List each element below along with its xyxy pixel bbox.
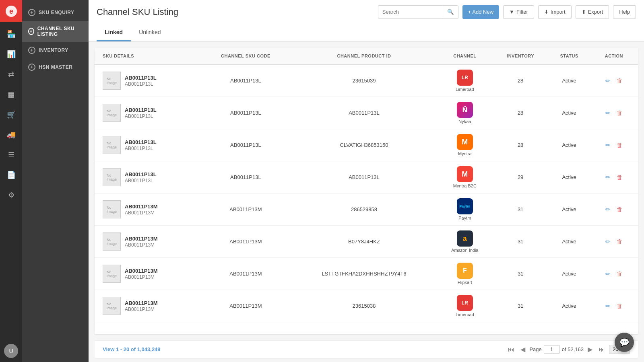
delete-button[interactable]: 🗑 [614, 301, 625, 311]
shuffle-nav-icon[interactable]: ⇄ [0, 64, 22, 84]
total-pages-label: of 52,163 [562, 346, 584, 352]
table-row: NoImage AB0011P13L AB0011P13L AB0011P13L… [95, 97, 638, 129]
first-page-button[interactable]: ⏮ [506, 345, 516, 354]
channel-sku-code-cell: AB0011P13M [200, 193, 291, 226]
status-cell: Active [549, 97, 590, 129]
edit-button[interactable]: ✏ [603, 205, 613, 214]
delete-button[interactable]: 🗑 [614, 205, 625, 214]
channel-sku-code-cell: AB0011P13M [200, 258, 291, 290]
export-icon: ⬆ [582, 9, 586, 15]
edit-button[interactable]: ✏ [603, 76, 613, 86]
sku-image: NoImage [103, 168, 121, 186]
edit-button[interactable]: ✏ [603, 173, 613, 182]
table-body: NoImage AB0011P13L AB0011P13L AB0011P13L… [95, 64, 638, 322]
sku-text: AB0011P13M AB0011P13M [125, 204, 158, 216]
export-label: Export [588, 9, 603, 15]
chart-nav-icon[interactable]: 📊 [0, 44, 22, 64]
store-nav-icon[interactable]: 🏪 [0, 24, 22, 44]
action-cell: ✏ 🗑 [590, 161, 638, 193]
help-button[interactable]: Help [613, 5, 636, 19]
sidebar-item-inventory[interactable]: + INVENTORY [22, 42, 89, 59]
channel-name: Nykaa [458, 119, 471, 124]
channel-product-id-cell: B07Y8J4HKZ [291, 226, 437, 258]
user-avatar[interactable]: U [4, 344, 18, 358]
table-row: NoImage AB0011P13M AB0011P13M AB0011P13M… [95, 290, 638, 322]
sku-details-cell: NoImage AB0011P13L AB0011P13L [95, 97, 200, 129]
sku-image: NoImage [103, 72, 121, 90]
tab-linked[interactable]: Linked [97, 24, 131, 41]
edit-button[interactable]: ✏ [603, 301, 613, 311]
pagination-view-text: View 1 - 20 of 1,043,249 [103, 346, 161, 352]
cart-nav-icon[interactable]: 🛒 [0, 105, 22, 125]
import-button[interactable]: ⬇ Import [538, 5, 572, 19]
inventory-cell: 28 [493, 64, 549, 97]
chat-button[interactable]: 💬 [615, 333, 634, 352]
next-page-button[interactable]: ▶ [586, 345, 594, 354]
sidebar-item-hsn-master[interactable]: + HSN MASTER [22, 59, 89, 76]
inventory-cell: 28 [493, 129, 549, 161]
truck-nav-icon[interactable]: 🚚 [0, 125, 22, 145]
status-cell: Active [549, 226, 590, 258]
channel-product-id-cell: AB0011P13L [291, 97, 437, 129]
filter-button[interactable]: ▼ Filter [503, 5, 534, 19]
last-page-button[interactable]: ⏭ [597, 345, 607, 354]
status-cell: Active [549, 64, 590, 97]
page-number-input[interactable] [544, 345, 560, 354]
sku-image: NoImage [103, 232, 121, 251]
sidebar-item-sku-enquiry[interactable]: + SKU ENQUIRY [22, 4, 89, 21]
import-label: Import [551, 9, 566, 15]
pagination-controls: ⏮ ◀ Page of 52,163 ▶ ⏭ 20 50 100 [506, 345, 630, 354]
channel-sku-code-cell: AB0011P13L [200, 64, 291, 97]
export-button[interactable]: ⬆ Export [576, 5, 609, 19]
channel-sku-code-cell: AB0011P13M [200, 226, 291, 258]
sku-code: AB0011P13L [125, 75, 157, 81]
search-button[interactable]: 🔍 [443, 6, 458, 19]
action-cell: ✏ 🗑 [590, 64, 638, 97]
col-action: ACTION [590, 48, 638, 64]
sku-details-cell: NoImage AB0011P13L AB0011P13L [95, 161, 200, 193]
search-input[interactable] [378, 6, 443, 19]
sidebar-item-channel-sku-listing[interactable]: + CHANNEL SKU LISTING [22, 21, 89, 42]
file-nav-icon[interactable]: 📄 [0, 165, 22, 185]
sku-image: NoImage [103, 265, 121, 283]
col-channel-product-id: CHANNEL PRODUCT ID [291, 48, 437, 64]
delete-button[interactable]: 🗑 [614, 237, 625, 246]
delete-button[interactable]: 🗑 [614, 173, 625, 182]
list-nav-icon[interactable]: ☰ [0, 145, 22, 165]
delete-button[interactable]: 🗑 [614, 76, 625, 85]
add-new-button[interactable]: + Add New [462, 5, 499, 19]
edit-button[interactable]: ✏ [603, 108, 613, 118]
delete-button[interactable]: 🗑 [614, 140, 625, 150]
sku-image: NoImage [103, 297, 121, 315]
main-content: Channel SKU Listing 🔍 + Add New ▼ Filter… [89, 0, 644, 362]
prev-page-button[interactable]: ◀ [518, 345, 527, 354]
inventory-cell: 29 [493, 161, 549, 193]
table-row: NoImage AB0011P13M AB0011P13M AB0011P13M… [95, 193, 638, 226]
delete-button[interactable]: 🗑 [614, 108, 625, 117]
search-box: 🔍 [378, 5, 458, 19]
import-icon: ⬇ [544, 9, 549, 15]
delete-button[interactable]: 🗑 [614, 269, 625, 278]
sku-enquiry-icon: + [28, 9, 35, 16]
edit-button[interactable]: ✏ [603, 140, 613, 150]
tab-unlinked[interactable]: Unlinked [131, 24, 169, 41]
channel-product-id-cell: 23615039 [291, 64, 437, 97]
channel-cell: LR Limeroad [437, 290, 493, 322]
channel-cell: a Amazon India [437, 226, 493, 258]
edit-button[interactable]: ✏ [603, 269, 613, 279]
status-cell: Active [549, 290, 590, 322]
sku-details-cell: NoImage AB0011P13M AB0011P13M [95, 258, 200, 290]
table-row: NoImage AB0011P13M AB0011P13M AB0011P13M… [95, 258, 638, 290]
sku-sub: AB0011P13M [125, 274, 155, 280]
sku-text: AB0011P13L AB0011P13L [125, 139, 157, 151]
gear-nav-icon[interactable]: ⚙ [0, 185, 22, 205]
channel-sku-code-cell: AB0011P13M [200, 290, 291, 322]
filter-label: Filter [516, 9, 528, 15]
sku-text: AB0011P13L AB0011P13L [125, 107, 157, 119]
inventory-cell: 28 [493, 97, 549, 129]
inventory-cell: 31 [493, 193, 549, 226]
edit-button[interactable]: ✏ [603, 237, 613, 247]
app-logo[interactable]: e [0, 0, 22, 22]
grid-nav-icon[interactable]: ▦ [0, 84, 22, 105]
col-sku-details: SKU DETAILS [95, 48, 200, 64]
